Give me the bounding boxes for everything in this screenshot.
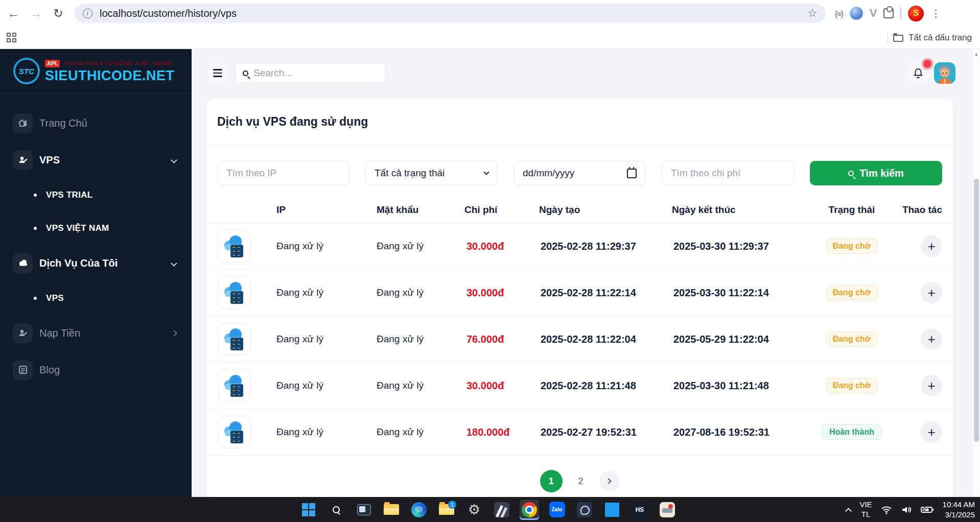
wifi-icon[interactable] (881, 505, 892, 514)
extensions-puzzle-icon[interactable] (883, 8, 894, 18)
row-expand-button[interactable]: + (921, 421, 942, 443)
row-expand-button[interactable]: + (921, 282, 942, 303)
date-filter[interactable]: dd/mm/yyyy (514, 161, 646, 185)
next-page-button[interactable] (599, 471, 620, 491)
scrollbar-thumb[interactable] (974, 179, 979, 442)
chrome-button[interactable] (520, 500, 539, 520)
forward-icon[interactable]: → (27, 4, 45, 22)
site-logo[interactable]: STC API. THANH TOÁN TỰ ĐỘNG ATM - MOMO S… (0, 49, 192, 93)
main-content: Dịch vụ VPS đang sử dụng Tất cả trạng th… (192, 49, 980, 497)
logo-domain: SIEUTHICODE.NET (45, 69, 175, 83)
row-ip: Đang xử lý (268, 241, 368, 252)
v-extension-icon[interactable]: V (870, 7, 877, 20)
table-row: Đang xử lý Đang xử lý 30.000đ 2025-02-28… (206, 363, 953, 409)
row-expand-button[interactable]: + (921, 235, 942, 257)
browser-menu-icon[interactable]: ⋮ (930, 7, 941, 19)
sidebar: STC API. THANH TOÁN TỰ ĐỘNG ATM - MOMO S… (0, 49, 192, 497)
page-2-button[interactable]: 2 (571, 471, 591, 491)
downloads-folder-button[interactable]: 1 (437, 500, 456, 520)
edge-button[interactable] (409, 500, 429, 520)
vps-card: Dịch vụ VPS đang sử dụng Tất cả trạng th… (206, 98, 953, 497)
chevron-down-icon (171, 157, 177, 163)
row-cost: 180.000đ (456, 426, 531, 438)
tray-chevron-up-icon[interactable] (846, 508, 852, 514)
page-header (208, 62, 955, 84)
file-explorer-button[interactable] (382, 500, 401, 520)
sidebar-item-my-vps[interactable]: VPS (0, 281, 192, 315)
sidebar-item-home[interactable]: Trang Chủ (0, 105, 192, 141)
bullet-icon (34, 227, 37, 230)
zalo-icon: Zalo (549, 502, 565, 517)
calendar-icon[interactable] (627, 169, 637, 178)
hs-app-icon: HS (632, 502, 647, 517)
all-bookmarks[interactable]: Tất cả dấu trang (888, 32, 980, 43)
row-cost: 30.000đ (456, 241, 531, 252)
desktop-screen: ← → ↻ i localhost/customer/history/vps ☆… (0, 0, 980, 522)
sidebar-item-topup[interactable]: Nạp Tiền (0, 315, 192, 351)
apps-grid-icon[interactable] (7, 33, 16, 42)
api-badge: API. (45, 60, 60, 67)
bell-icon (913, 67, 924, 79)
back-icon[interactable]: ← (4, 4, 22, 22)
site-info-icon[interactable]: i (83, 9, 92, 18)
status-filter-select[interactable]: Tất cả trạng thái (365, 161, 498, 185)
status-badge: Đang chờ (826, 378, 878, 393)
language-switcher[interactable]: VIE TL (859, 500, 872, 519)
row-password: Đang xử lý (368, 241, 456, 252)
browser-profile-avatar[interactable]: S (908, 6, 924, 21)
sidebar-item-label: Nạp Tiền (39, 327, 80, 339)
col-password: Mật khẩu (368, 204, 456, 216)
page-1-button[interactable]: 1 (540, 470, 563, 492)
search-submit-button[interactable]: Tìm kiếm (810, 161, 942, 185)
ip-filter-input[interactable] (226, 168, 340, 179)
scroll-up-icon[interactable]: ▲ (972, 49, 980, 57)
notifications-button[interactable] (907, 62, 929, 84)
messenger-app-button[interactable] (575, 500, 594, 520)
clock[interactable]: 10:44 AM 3/1/2025 (943, 500, 975, 519)
taskbar-search-button[interactable] (326, 500, 346, 520)
sidebar-item-vps-vietnam[interactable]: VPS VIỆT NAM (0, 211, 192, 245)
notification-dot (923, 60, 931, 68)
sidebar-item-vps-trial[interactable]: VPS TRIAL (0, 178, 192, 211)
address-bar[interactable]: i localhost/customer/history/vps ☆ (75, 4, 826, 23)
zalo-button[interactable]: Zalo (547, 500, 567, 520)
vscode-button[interactable] (602, 500, 622, 520)
gear-icon: ⚙ (468, 502, 480, 518)
media-app-button[interactable] (492, 500, 511, 520)
row-created: 2025-02-28 11:22:04 (531, 334, 664, 345)
sidebar-item-blog[interactable]: Blog (0, 351, 192, 388)
sidebar-item-vps[interactable]: VPS (0, 141, 192, 178)
reading-list-icon[interactable]: {≡} (835, 9, 843, 18)
settings-button[interactable]: ⚙ (464, 500, 484, 520)
row-expand-button[interactable]: + (921, 328, 942, 350)
user-avatar[interactable] (934, 62, 955, 84)
edge-icon (411, 502, 427, 517)
task-view-button[interactable] (354, 500, 374, 520)
row-expand-button[interactable]: + (921, 375, 942, 396)
col-cost: Chi phí (456, 204, 531, 216)
start-button[interactable] (299, 500, 318, 520)
row-ip: Đang xử lý (268, 334, 368, 345)
reload-icon[interactable]: ↻ (49, 4, 67, 22)
volume-icon[interactable] (901, 505, 912, 514)
cost-filter-input[interactable] (671, 168, 785, 179)
search-input[interactable] (253, 67, 366, 79)
hs-app-button[interactable]: HS (630, 500, 649, 520)
vps-cloud-icon (218, 276, 250, 309)
all-bookmarks-label[interactable]: Tất cả dấu trang (908, 33, 972, 43)
chevron-down-icon (171, 260, 177, 267)
sidebar-toggle-button[interactable] (208, 63, 227, 83)
sidebar-item-label: Trang Chủ (39, 117, 87, 129)
page-scrollbar[interactable]: ▲ (972, 49, 980, 497)
row-password: Đang xử lý (368, 426, 456, 438)
task-view-icon (357, 504, 371, 515)
url-text[interactable]: localhost/customer/history/vps (100, 8, 237, 19)
table-row: Đang xử lý Đang xử lý 180.000đ 2025-02-2… (206, 409, 953, 456)
globe-extension-icon[interactable] (850, 7, 863, 20)
chrome-icon (522, 502, 537, 517)
battery-icon[interactable] (921, 506, 934, 514)
snipping-tool-button[interactable] (658, 500, 677, 520)
bookmark-star-icon[interactable]: ☆ (807, 7, 818, 20)
sidebar-item-my-services[interactable]: Dịch Vụ Của Tôi (0, 245, 192, 281)
notification-badge: 1 (448, 501, 456, 509)
